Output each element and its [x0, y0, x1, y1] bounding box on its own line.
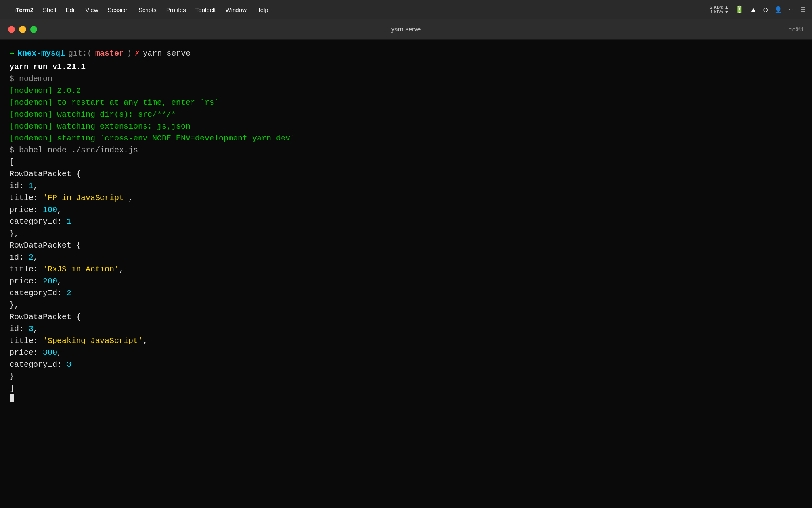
output-nodemon-watching-ext: [nodemon] watching extensions: js,json — [10, 121, 802, 133]
menu-edit[interactable]: Edit — [61, 5, 80, 15]
network-speed: 2 KB/s ▲ 1 KB/s ▼ — [710, 5, 728, 14]
menu-help[interactable]: Help — [251, 5, 273, 15]
titlebar: yarn serve ⌥⌘1 — [0, 19, 812, 40]
packet2-cat: categoryId: 2 — [10, 287, 802, 299]
menu-profiles[interactable]: Profiles — [161, 5, 191, 15]
output-babel-node: $ babel-node ./src/index.js — [10, 144, 802, 156]
packet3-open: RowDataPacket { — [10, 311, 802, 323]
packet2-open: RowDataPacket { — [10, 240, 802, 252]
prompt-command: yarn serve — [143, 48, 190, 60]
terminal[interactable]: → knex-mysql git:(master) ✗ yarn serve y… — [0, 40, 812, 508]
output-nodemon-restart: [nodemon] to restart at any time, enter … — [10, 97, 802, 109]
minimize-button[interactable] — [19, 26, 26, 33]
menu-right: 2 KB/s ▲ 1 KB/s ▼ 🔋 ▲ ⊙ 👤 ··· ☰ — [710, 5, 806, 14]
menu-toolbelt[interactable]: Toolbelt — [191, 5, 221, 15]
menu-items: iTerm2 Shell Edit View Session Scripts P… — [10, 5, 710, 15]
terminal-cursor — [10, 394, 14, 402]
output-nodemon-watching-dir: [nodemon] watching dir(s): src/**/* — [10, 109, 802, 121]
packet2-price: price: 200, — [10, 275, 802, 287]
list-icon: ☰ — [800, 6, 806, 13]
menu-session[interactable]: Session — [103, 5, 134, 15]
prompt-git-label: git:( — [68, 48, 92, 60]
menubar: iTerm2 Shell Edit View Session Scripts P… — [0, 0, 812, 19]
packet3-price: price: 300, — [10, 347, 802, 359]
packet2-close: }, — [10, 299, 802, 311]
output-array-close: ] — [10, 383, 802, 394]
keyboard-shortcut: ⌥⌘1 — [789, 26, 804, 33]
window-controls — [8, 26, 37, 33]
prompt-git-symbol: ✗ — [135, 48, 140, 60]
menu-iterm2[interactable]: iTerm2 — [10, 5, 38, 15]
packet3-id: id: 3, — [10, 323, 802, 335]
menu-shell[interactable]: Shell — [38, 5, 61, 15]
packet1-price: price: 100, — [10, 204, 802, 216]
more-icon: ··· — [789, 6, 794, 13]
menu-view[interactable]: View — [80, 5, 103, 15]
output-nodemon-version: [nodemon] 2.0.2 — [10, 85, 802, 97]
menu-scripts[interactable]: Scripts — [134, 5, 161, 15]
battery-icon: 🔋 — [735, 5, 744, 14]
packet1-cat: categoryId: 1 — [10, 216, 802, 228]
time-display: ⊙ — [763, 6, 768, 13]
maximize-button[interactable] — [30, 26, 37, 33]
output-nodemon-cmd: $ nodemon — [10, 73, 802, 85]
prompt-git-branch: master — [95, 48, 124, 60]
packet1-close: }, — [10, 228, 802, 240]
window-title: yarn serve — [391, 26, 421, 33]
packet1-open: RowDataPacket { — [10, 168, 802, 180]
packet3-close: } — [10, 371, 802, 383]
packet2-title: title: 'RxJS in Action', — [10, 264, 802, 275]
output-array-open: [ — [10, 156, 802, 168]
output-yarn-run: yarn run v1.21.1 — [10, 61, 802, 73]
wifi-icon: ▲ — [750, 6, 756, 13]
output-nodemon-starting: [nodemon] starting `cross-env NODE_ENV=d… — [10, 133, 802, 144]
prompt-arrow: → — [10, 48, 14, 60]
menu-window[interactable]: Window — [221, 5, 251, 15]
packet3-cat: categoryId: 3 — [10, 359, 802, 371]
prompt-git-close: ) — [127, 48, 132, 60]
packet1-title: title: 'FP in JavaScript', — [10, 192, 802, 204]
user-icon: 👤 — [774, 6, 782, 13]
prompt-dir: knex-mysql — [17, 48, 65, 60]
packet2-id: id: 2, — [10, 252, 802, 264]
cursor-line — [10, 394, 802, 402]
close-button[interactable] — [8, 26, 15, 33]
prompt-line: → knex-mysql git:(master) ✗ yarn serve — [10, 48, 802, 60]
packet1-id: id: 1, — [10, 180, 802, 192]
packet3-title: title: 'Speaking JavaScript', — [10, 335, 802, 347]
